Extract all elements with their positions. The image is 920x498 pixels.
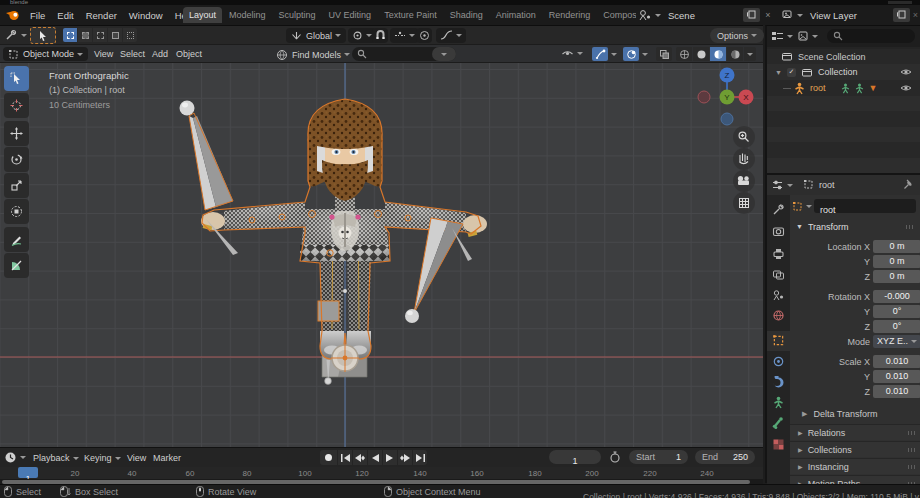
search-filter-tab[interactable]	[432, 47, 456, 61]
viewport-menu-object[interactable]: Object	[170, 49, 208, 59]
location-z-field[interactable]: 0 m	[873, 270, 920, 283]
auto-keying-icon[interactable]	[609, 451, 621, 463]
select-mode-extend[interactable]	[78, 28, 92, 42]
rotation-y-field[interactable]: 0°	[873, 305, 920, 318]
current-frame-field[interactable]: 1	[549, 450, 601, 464]
playhead[interactable]: 1	[18, 467, 38, 478]
timeline-menu-keying[interactable]: Keying	[84, 453, 121, 463]
shading-dropdown[interactable]	[744, 47, 756, 61]
outliner-filter-dropdown[interactable]	[797, 30, 818, 42]
jump-to-start-button[interactable]	[338, 450, 352, 465]
tab-compositing[interactable]: Compos	[597, 7, 636, 23]
shading-material[interactable]	[710, 47, 726, 61]
view-layer-unlink-icon[interactable]: ×	[911, 8, 920, 22]
play-button[interactable]	[383, 450, 397, 465]
menu-file[interactable]: File	[24, 10, 51, 21]
timeline-menu-marker[interactable]: Marker	[153, 453, 181, 463]
transform-panel-header[interactable]: ▼ Transform	[790, 219, 920, 234]
view-layer-copy-button[interactable]	[893, 8, 910, 22]
scale-z-field[interactable]: 0.010	[873, 385, 920, 398]
tab-scene-icon[interactable]	[772, 289, 785, 302]
tab-constraints-icon[interactable]	[772, 355, 785, 368]
tool-move[interactable]	[4, 121, 29, 146]
scene-unlink-icon[interactable]: ×	[762, 8, 774, 22]
outliner-row-scene-collection[interactable]: Scene Collection	[767, 49, 920, 64]
tab-object-active[interactable]	[767, 331, 790, 351]
snap-settings-dropdown[interactable]	[390, 28, 419, 43]
section-relations[interactable]: ▶Relations	[790, 424, 920, 440]
jump-to-end-button[interactable]	[413, 450, 427, 465]
tab-output-icon[interactable]	[772, 247, 785, 260]
tab-sculpting[interactable]: Sculpting	[273, 7, 322, 23]
outliner-row-collection[interactable]: ▼ ✓ Collection	[767, 64, 920, 80]
prev-keyframe-button[interactable]	[353, 450, 367, 465]
record-button[interactable]	[320, 450, 337, 465]
timeline-menu-view[interactable]: View	[127, 453, 146, 463]
outliner-row-root[interactable]: root ▼	[767, 80, 920, 96]
play-reverse-button[interactable]	[368, 450, 382, 465]
viewport-3d[interactable]: Z Y X Front Orthographic (1) Collection …	[0, 63, 763, 447]
mode-dropdown[interactable]: Object Mode	[3, 47, 88, 61]
view-layer-selector[interactable]: View Layer	[781, 7, 857, 23]
viewport-canvas[interactable]: Z Y X	[0, 63, 763, 447]
shading-rendered[interactable]	[727, 47, 743, 61]
tool-measure[interactable]	[4, 253, 29, 278]
tab-render-icon[interactable]	[772, 225, 785, 238]
gizmo-axis-neg-x[interactable]	[698, 91, 710, 103]
outliner-search-input[interactable]	[827, 29, 915, 43]
falloff-dropdown[interactable]	[436, 28, 466, 43]
menu-render[interactable]: Render	[80, 10, 123, 21]
next-keyframe-button[interactable]	[398, 450, 412, 465]
hide-eye-icon[interactable]	[900, 67, 912, 77]
frame-end-field[interactable]: End250	[695, 450, 755, 464]
shading-wireframe[interactable]	[676, 47, 692, 61]
collection-checkbox[interactable]: ✓	[787, 68, 796, 77]
rotation-z-field[interactable]: 0°	[873, 320, 920, 333]
timeline-ruler[interactable]: 20 40 60 80 100 120 140 160 180 200 220 …	[0, 467, 763, 479]
gizmos-dropdown[interactable]	[592, 47, 617, 61]
menu-edit[interactable]: Edit	[51, 10, 79, 21]
tab-physics-icon[interactable]	[772, 376, 785, 389]
scale-x-field[interactable]: 0.010	[873, 355, 920, 368]
section-instancing[interactable]: ▶Instancing	[790, 458, 920, 474]
properties-editor-dropdown[interactable]	[771, 179, 793, 191]
overlays-dropdown[interactable]	[623, 47, 648, 61]
hide-eye-icon[interactable]	[900, 83, 912, 93]
tab-shading[interactable]: Shading	[444, 7, 489, 23]
tab-tool-icon[interactable]	[772, 203, 785, 216]
tab-bone-icon[interactable]	[772, 416, 785, 429]
window-buttons[interactable]	[888, 1, 912, 4]
tool-scale[interactable]	[4, 173, 29, 198]
location-x-field[interactable]: 0 m	[873, 240, 920, 253]
scene-copy-button[interactable]	[743, 8, 760, 22]
tab-uv-editing[interactable]: UV Editing	[323, 7, 378, 23]
rotation-mode-dropdown[interactable]: XYZ E..	[873, 335, 920, 348]
tab-data-icon[interactable]	[772, 396, 785, 409]
tab-modeling[interactable]: Modeling	[223, 7, 272, 23]
pan-button[interactable]	[733, 148, 755, 170]
snap-toggle[interactable]	[372, 28, 388, 43]
select-mode-intersect[interactable]	[123, 28, 137, 42]
menu-window[interactable]: Window	[123, 10, 169, 21]
tab-texture-paint[interactable]: Texture Paint	[378, 7, 443, 23]
timeline-menu-playback[interactable]: Playback	[33, 453, 79, 463]
location-y-field[interactable]: 0 m	[873, 255, 920, 268]
view-object-types-dropdown[interactable]	[561, 47, 583, 60]
disclosure-triangle[interactable]: ▼	[775, 69, 782, 76]
outliner-display-mode-dropdown[interactable]	[771, 30, 793, 42]
pin-icon[interactable]	[903, 179, 914, 190]
grid-ortho-button[interactable]	[733, 192, 755, 214]
model-search-input[interactable]	[352, 47, 456, 61]
asset-search-group[interactable]: Find Models	[276, 47, 350, 62]
tab-animation[interactable]: Animation	[490, 7, 542, 23]
gizmo-axis-neg-z[interactable]	[721, 113, 733, 125]
tab-layout[interactable]: Layout	[183, 7, 222, 23]
tool-annotate[interactable]	[4, 227, 29, 252]
object-name-field[interactable]: root	[814, 199, 916, 213]
xray-toggle[interactable]	[656, 47, 672, 61]
proportional-edit-toggle[interactable]	[416, 28, 432, 43]
options-dropdown[interactable]: Options	[710, 28, 764, 43]
tool-rotate[interactable]	[4, 147, 29, 172]
frame-start-field[interactable]: Start1	[629, 450, 688, 464]
select-mode-subtract[interactable]	[93, 28, 107, 42]
